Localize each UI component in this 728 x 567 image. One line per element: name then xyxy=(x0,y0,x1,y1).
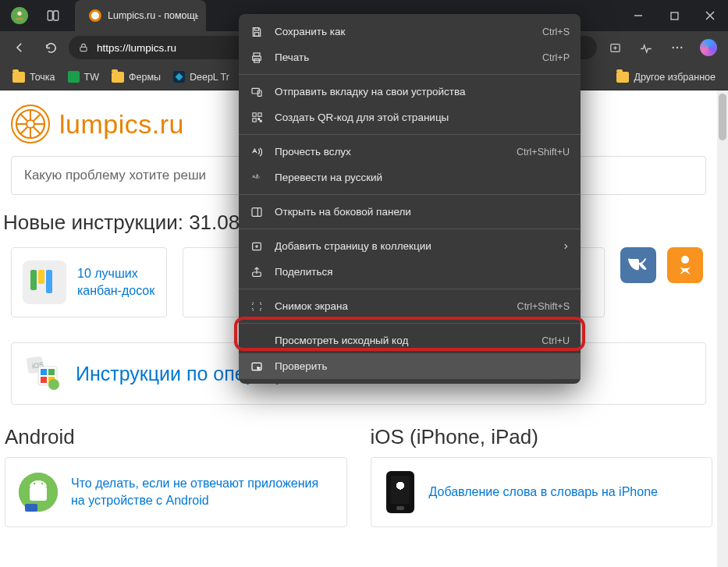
ok-icon[interactable] xyxy=(667,247,703,283)
android-header: Android xyxy=(5,425,347,449)
svg-rect-29 xyxy=(48,369,55,375)
svg-point-37 xyxy=(34,483,35,484)
svg-rect-41 xyxy=(254,32,258,36)
svg-point-0 xyxy=(17,12,21,16)
article-link[interactable]: 10 лучших канбан-досок xyxy=(77,265,155,299)
svg-point-32 xyxy=(48,379,59,390)
svg-rect-49 xyxy=(252,119,255,122)
svg-point-12 xyxy=(677,47,678,48)
menu-collections[interactable]: Добавить страницу в коллекции xyxy=(239,233,581,259)
browser-window: Lumpics.ru - помощь с https://lumpics.ru… xyxy=(0,0,728,567)
favicon xyxy=(89,9,101,22)
bookmark-item[interactable]: TW xyxy=(63,68,104,86)
svg-rect-28 xyxy=(41,369,47,375)
svg-rect-59 xyxy=(252,363,261,370)
chevron-right-icon xyxy=(562,243,570,250)
other-bookmarks[interactable]: Другое избранное xyxy=(612,69,720,86)
folder-icon xyxy=(112,72,124,83)
copilot-button[interactable] xyxy=(695,34,722,61)
article-card[interactable]: 10 лучших канбан-досок xyxy=(11,247,167,317)
menu-send-tab[interactable]: Отправить вкладку на свои устройства xyxy=(239,79,581,105)
ios-header: iOS (iPhone, iPad) xyxy=(371,425,713,449)
svg-point-38 xyxy=(41,483,43,484)
svg-rect-50 xyxy=(257,119,259,120)
url-scheme: https xyxy=(97,42,119,54)
menu-read-aloud[interactable]: Прочесть вслух Ctrl+Shift+U xyxy=(239,139,581,165)
svg-point-13 xyxy=(680,47,682,48)
site-logo[interactable] xyxy=(11,105,50,144)
devices-icon xyxy=(250,86,264,98)
article-card[interactable]: Что делать, если не отвечают приложения … xyxy=(5,457,347,527)
browser-tab[interactable]: Lumpics.ru - помощь с xyxy=(81,0,206,31)
performance-button[interactable] xyxy=(633,34,659,61)
svg-rect-2 xyxy=(54,11,59,20)
workspaces-button[interactable] xyxy=(42,5,64,27)
menu-screenshot[interactable]: Снимок экрана Ctrl+Shift+S xyxy=(239,293,581,319)
iphone-icon xyxy=(386,471,414,513)
print-icon xyxy=(250,51,264,64)
folder-icon xyxy=(12,72,25,83)
menu-print[interactable]: Печать Ctrl+P xyxy=(239,44,581,70)
menu-side-panel[interactable]: Открыть на боковой панели xyxy=(239,199,581,225)
scrollbar-thumb[interactable] xyxy=(719,94,726,140)
svg-rect-20 xyxy=(30,270,37,290)
page-scrollbar[interactable] xyxy=(717,90,728,567)
save-icon xyxy=(250,26,264,38)
svg-rect-7 xyxy=(80,47,87,51)
tab-title: Lumpics.ru - помощь с xyxy=(108,10,198,21)
svg-rect-30 xyxy=(41,377,47,383)
svg-rect-34 xyxy=(30,487,47,501)
svg-rect-53 xyxy=(252,207,261,216)
article-link[interactable]: Что делать, если не отвечают приложения … xyxy=(71,475,336,509)
translate-icon: aあ xyxy=(250,172,264,183)
collections-button[interactable] xyxy=(602,34,628,61)
url-host: ://lumpics.ru xyxy=(119,42,176,54)
qr-icon xyxy=(250,112,264,123)
context-menu: Сохранить как Ctrl+S Печать Ctrl+P Отпра… xyxy=(239,14,581,384)
menu-save-as[interactable]: Сохранить как Ctrl+S xyxy=(239,19,581,44)
profile-avatar[interactable] xyxy=(11,7,28,24)
minimize-button[interactable] xyxy=(620,0,656,31)
bookmark-item[interactable]: DeepL Tr xyxy=(169,68,234,86)
read-aloud-icon xyxy=(250,146,264,158)
svg-rect-47 xyxy=(252,113,255,116)
menu-translate[interactable]: aあ Перевести на русский xyxy=(239,165,581,190)
close-button[interactable] xyxy=(692,0,728,31)
menu-share[interactable]: Поделиться xyxy=(239,259,581,285)
article-link[interactable]: Добавление слова в словарь на iPhone xyxy=(429,484,658,501)
svg-rect-22 xyxy=(46,270,52,293)
os-icon: iOS xyxy=(26,356,62,392)
more-button[interactable] xyxy=(664,34,691,61)
menu-view-source[interactable]: Просмотреть исходный код Ctrl+U xyxy=(239,328,581,353)
svg-rect-45 xyxy=(252,88,259,94)
back-button[interactable] xyxy=(6,34,33,61)
deepl-icon xyxy=(173,71,185,83)
svg-rect-4 xyxy=(671,12,678,19)
bookmark-item[interactable]: Фермы xyxy=(107,69,165,86)
svg-rect-51 xyxy=(260,120,261,122)
menu-qr-code[interactable]: Создать QR-код для этой страницы xyxy=(239,105,581,130)
social-links xyxy=(620,247,706,317)
bookmark-item[interactable]: Точка xyxy=(8,69,60,86)
svg-text:aあ: aあ xyxy=(252,173,259,179)
svg-rect-21 xyxy=(38,270,44,284)
site-title: lumpics.ru xyxy=(59,109,184,140)
article-card[interactable]: Добавление слова в словарь на iPhone xyxy=(371,457,713,527)
lock-icon xyxy=(78,42,89,53)
copilot-icon xyxy=(700,39,717,56)
inspect-icon xyxy=(250,360,264,373)
menu-inspect[interactable]: Проверить xyxy=(239,353,581,379)
vk-icon[interactable] xyxy=(620,247,656,283)
maximize-button[interactable] xyxy=(656,0,692,31)
folder-icon xyxy=(616,72,629,83)
collections-icon xyxy=(250,240,264,253)
android-icon xyxy=(19,473,58,512)
svg-point-19 xyxy=(27,120,34,128)
share-icon xyxy=(250,266,264,278)
svg-rect-48 xyxy=(257,113,261,116)
svg-rect-1 xyxy=(48,11,52,20)
svg-rect-40 xyxy=(254,27,258,30)
svg-rect-39 xyxy=(25,504,37,512)
sidepanel-icon xyxy=(250,206,264,218)
refresh-button[interactable] xyxy=(37,34,64,61)
